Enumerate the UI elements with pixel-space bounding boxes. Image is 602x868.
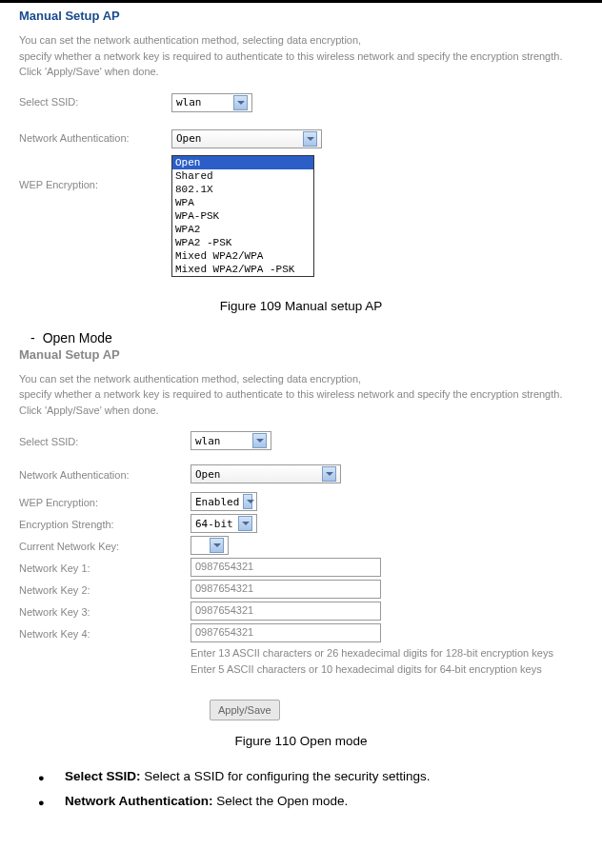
open-mode-heading: -Open Mode bbox=[30, 330, 602, 345]
ssid-select-2[interactable]: wlan bbox=[191, 431, 271, 450]
apply-save-button[interactable]: Apply/Save bbox=[210, 700, 280, 720]
dropdown-item-shared[interactable]: Shared bbox=[172, 169, 313, 183]
ssid-label: Select SSID: bbox=[19, 93, 171, 108]
strength-label: Encryption Strength: bbox=[19, 517, 191, 530]
dropdown-item-8021x[interactable]: 802.1X bbox=[172, 183, 313, 196]
auth-label-2: Network Authentication: bbox=[19, 467, 191, 481]
current-key-select[interactable] bbox=[191, 536, 229, 555]
strength-select[interactable]: 64-bit bbox=[191, 514, 257, 533]
chevron-down-icon bbox=[322, 466, 336, 482]
key1-input[interactable]: 0987654321 bbox=[191, 558, 381, 577]
bullet-ssid: Select SSID: Select a SSID for configuri… bbox=[38, 767, 602, 786]
dropdown-item-mixed-psk[interactable]: Mixed WPA2/WPA -PSK bbox=[172, 263, 313, 276]
key1-label: Network Key 1: bbox=[19, 561, 191, 574]
description-text-2: You can set the network authentication m… bbox=[19, 371, 602, 419]
figure-caption-109: Figure 109 Manual setup AP bbox=[0, 299, 602, 313]
heading-manual-setup: Manual Setup AP bbox=[19, 9, 602, 23]
chevron-down-icon bbox=[243, 494, 252, 509]
ssid-select[interactable]: wlan bbox=[171, 93, 252, 112]
auth-select[interactable]: Open bbox=[171, 129, 322, 148]
wep-select[interactable]: Enabled bbox=[191, 492, 257, 511]
key3-label: Network Key 3: bbox=[19, 604, 191, 618]
current-key-label: Current Network Key: bbox=[19, 539, 191, 552]
key2-input[interactable]: 0987654321 bbox=[191, 580, 381, 599]
bullet-auth: Network Authentication: Select the Open … bbox=[38, 792, 602, 811]
chevron-down-icon bbox=[303, 131, 317, 147]
chevron-down-icon bbox=[238, 516, 252, 531]
description-text: You can set the network authentication m… bbox=[19, 32, 602, 80]
key2-label: Network Key 2: bbox=[19, 582, 191, 596]
key3-input[interactable]: 0987654321 bbox=[191, 602, 381, 621]
auth-label: Network Authentication: bbox=[19, 129, 171, 144]
wep-label-2: WEP Encryption: bbox=[19, 495, 191, 508]
ssid-label-2: Select SSID: bbox=[19, 434, 191, 447]
heading-manual-setup-2: Manual Setup AP bbox=[19, 347, 602, 362]
chevron-down-icon bbox=[252, 433, 267, 448]
dropdown-item-open[interactable]: Open bbox=[172, 156, 313, 169]
chevron-down-icon bbox=[233, 95, 248, 110]
figure-caption-110: Figure 110 Open mode bbox=[0, 734, 602, 748]
chevron-down-icon bbox=[210, 538, 224, 553]
auth-select-2[interactable]: Open bbox=[191, 464, 341, 483]
key4-label: Network Key 4: bbox=[19, 626, 191, 640]
key4-input[interactable]: 0987654321 bbox=[191, 623, 381, 642]
wep-label: WEP Encryption: bbox=[19, 176, 171, 190]
encryption-note: Enter 13 ASCII characters or 26 hexadeci… bbox=[191, 645, 602, 677]
